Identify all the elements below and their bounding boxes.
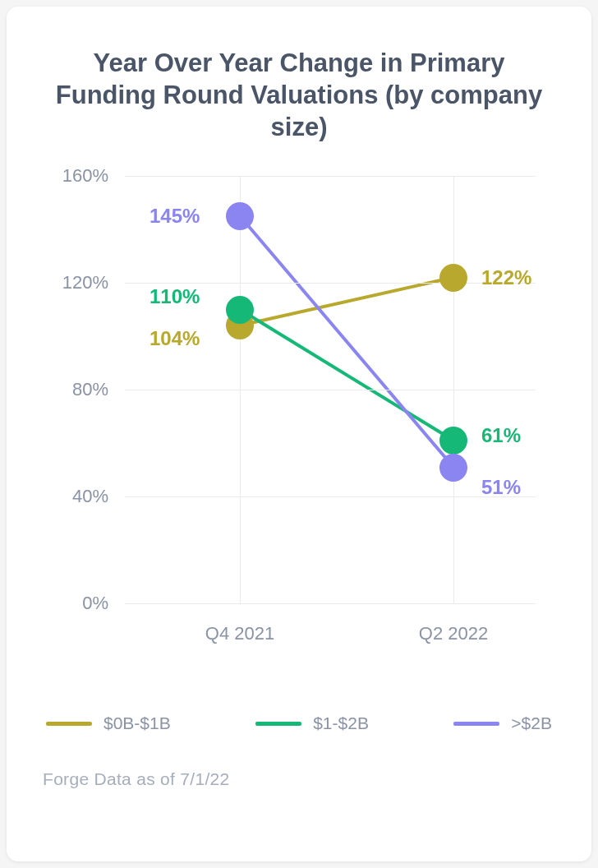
gridline-h — [125, 390, 536, 390]
gridline-h — [125, 496, 536, 497]
legend: $0B-$1B$1-$2B>$2B — [43, 713, 555, 733]
x-axis: Q4 2021Q2 2022 — [125, 615, 536, 656]
data-label: 104% — [150, 327, 200, 350]
legend-swatch — [453, 722, 499, 726]
gridline-h — [125, 283, 536, 284]
legend-item: >$2B — [453, 713, 552, 733]
legend-label: >$2B — [511, 713, 552, 733]
legend-swatch — [255, 722, 301, 726]
data-point — [439, 264, 467, 292]
legend-label: $0B-$1B — [104, 713, 171, 733]
plot: 104%122%110%61%145%51% — [125, 176, 536, 603]
data-point — [226, 296, 254, 324]
chart-card: Year Over Year Change in Primary Funding… — [7, 7, 591, 861]
x-tick-label: Q2 2022 — [419, 623, 488, 644]
gridline-h — [125, 603, 536, 604]
legend-swatch — [46, 722, 92, 726]
y-tick-label: 0% — [82, 593, 108, 614]
series-line — [240, 216, 453, 468]
legend-label: $1-$2B — [313, 713, 369, 733]
x-tick-label: Q4 2021 — [205, 623, 274, 644]
y-tick-label: 80% — [72, 379, 108, 400]
data-label: 122% — [481, 266, 531, 289]
gridline-h — [125, 176, 536, 177]
data-point — [439, 454, 467, 482]
y-tick-label: 40% — [72, 486, 108, 507]
gridline-v — [453, 176, 454, 603]
data-point — [439, 427, 467, 455]
y-tick-label: 120% — [62, 272, 108, 293]
gridline-v — [240, 176, 241, 603]
data-label: 51% — [481, 476, 521, 499]
series-line — [240, 310, 453, 441]
legend-item: $1-$2B — [255, 713, 369, 733]
footnote: Forge Data as of 7/1/22 — [43, 769, 555, 789]
plot-area: 0%40%80%120%160% 104%122%110%61%145%51% — [43, 176, 555, 603]
data-label: 61% — [481, 424, 521, 447]
legend-item: $0B-$1B — [46, 713, 171, 733]
y-tick-label: 160% — [62, 165, 108, 187]
chart-title: Year Over Year Change in Primary Funding… — [43, 48, 555, 143]
data-point — [226, 202, 254, 230]
data-label: 110% — [150, 285, 200, 308]
series-line — [240, 278, 453, 326]
data-label: 145% — [150, 205, 200, 228]
